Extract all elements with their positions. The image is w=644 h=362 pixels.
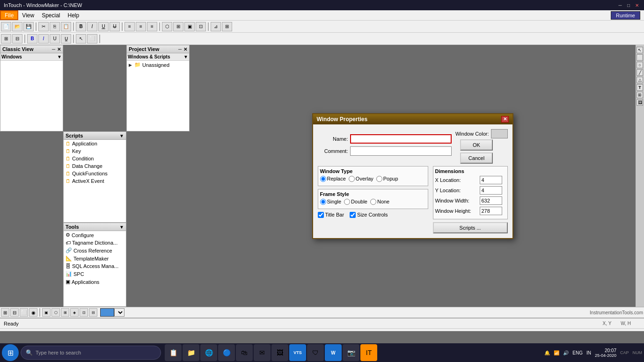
bottom-icon1[interactable]: ▣ <box>42 308 51 317</box>
menu-help[interactable]: Help <box>64 10 83 20</box>
menu-view[interactable]: View <box>18 10 38 20</box>
taskbar-app-store[interactable]: 🛍 <box>236 344 253 361</box>
right-tool-poly[interactable]: △ <box>637 77 643 83</box>
bottom-icon3[interactable]: ⊞ <box>61 308 69 317</box>
toolbar-bold[interactable]: B <box>76 22 86 31</box>
radio-none[interactable]: None <box>370 199 389 205</box>
radio-replace-input[interactable] <box>320 176 326 182</box>
name-input[interactable] <box>350 134 452 144</box>
taskbar-app-mail[interactable]: ✉ <box>254 344 271 361</box>
bottom-icon6[interactable]: ⊟ <box>89 308 97 317</box>
toolbar-strikethrough[interactable]: U <box>110 22 120 31</box>
taskbar-app-vts[interactable]: VTS <box>289 344 306 361</box>
right-tool-rect[interactable]: ⬜ <box>637 54 643 61</box>
toolbar-align-center[interactable]: ≡ <box>136 22 146 31</box>
radio-overlay[interactable]: Overlay <box>349 176 373 182</box>
right-tool-button[interactable]: ⊞ <box>637 92 643 98</box>
taskbar-app-explorer[interactable]: 📁 <box>183 344 199 361</box>
tool-item-spc[interactable]: 📊 SPC <box>64 270 126 278</box>
toolbar-cut[interactable]: ✂ <box>38 22 49 31</box>
toolbar-align-left[interactable]: ≡ <box>124 22 135 31</box>
sizecontrols-checkbox[interactable] <box>350 212 356 218</box>
minimize-button[interactable]: ─ <box>617 2 623 8</box>
taskbar-app-shield[interactable]: 🛡 <box>307 344 324 361</box>
script-item-activex[interactable]: 🗒 ActiveX Event <box>64 177 126 185</box>
toolbar-paste[interactable]: 📋 <box>61 22 71 31</box>
radio-double[interactable]: Double <box>344 199 367 205</box>
maximize-button[interactable]: □ <box>625 2 632 8</box>
toolbar-underline[interactable]: U <box>98 22 109 31</box>
tool-item-crossref[interactable]: 🔗 Cross Reference <box>64 246 126 254</box>
sizecontrols-checkbox-label[interactable]: Size Controls <box>350 212 388 218</box>
bottom-btn4[interactable]: ◉ <box>29 308 37 317</box>
start-button[interactable]: ⊞ <box>2 344 19 361</box>
bottom-icon2[interactable]: ⬡ <box>51 308 60 317</box>
taskbar-app-cam[interactable]: 📷 <box>343 344 359 361</box>
menu-special[interactable]: Special <box>38 10 64 20</box>
toolbar-italic[interactable]: I <box>87 22 97 31</box>
x-location-input[interactable] <box>480 176 502 184</box>
taskbar-volume[interactable]: 🔊 <box>563 350 569 355</box>
radio-popup[interactable]: Popup <box>376 176 398 182</box>
scripts-dropdown[interactable]: ▼ <box>119 133 124 138</box>
scripts-button[interactable]: Scripts ... <box>433 222 508 233</box>
toolbar-new[interactable]: 📄 <box>1 22 11 31</box>
project-view-minimize[interactable]: ─ <box>178 47 182 52</box>
toolbar-align-right[interactable]: ≡ <box>147 22 157 31</box>
close-button[interactable]: ✕ <box>634 2 640 8</box>
radio-double-input[interactable] <box>344 199 350 205</box>
tool-item-applications[interactable]: ▣ Applications <box>64 278 126 286</box>
radio-replace[interactable]: Replace <box>320 176 346 182</box>
script-item-condition[interactable]: 🗒 Condition <box>64 155 126 162</box>
radio-popup-input[interactable] <box>376 176 382 182</box>
toolbar2-btn3[interactable]: B <box>27 34 37 43</box>
runtime-button[interactable]: Runtime <box>611 11 640 20</box>
bottom-color-swatch[interactable] <box>100 308 114 317</box>
tool-item-configure[interactable]: ⚙ Configure <box>64 231 126 239</box>
right-tool-text[interactable]: T <box>637 84 643 91</box>
toolbar-misc5[interactable]: ⊿ <box>211 22 221 31</box>
tool-item-templatemaker[interactable]: 📐 TemplateMaker <box>64 254 126 262</box>
bottom-icon4[interactable]: ◈ <box>70 308 79 317</box>
toolbar2-btn4[interactable]: I <box>38 34 49 43</box>
tools-dropdown[interactable]: ▼ <box>119 224 124 230</box>
toolbar-save[interactable]: 💾 <box>23 22 34 31</box>
radio-single-input[interactable] <box>320 199 326 205</box>
titlebar-checkbox-label[interactable]: Title Bar <box>318 212 344 218</box>
taskbar-app-task[interactable]: 📋 <box>165 344 182 361</box>
radio-none-input[interactable] <box>370 199 376 205</box>
right-tool-oval[interactable]: ○ <box>637 62 643 68</box>
tool-item-sqlaccess[interactable]: 🗄 SQL Access Mana... <box>64 262 126 270</box>
classic-view-close[interactable]: ✕ <box>57 47 61 52</box>
titlebar-checkbox[interactable] <box>318 212 324 218</box>
classic-view-dropdown[interactable]: ▼ <box>57 54 62 59</box>
tool-item-tagname[interactable]: 🏷 Tagname Dictiona... <box>64 239 126 246</box>
right-tool-line[interactable]: ╱ <box>637 69 643 76</box>
menu-file[interactable]: File <box>0 10 18 20</box>
bottom-btn3[interactable]: ⬜ <box>20 308 28 317</box>
radio-single[interactable]: Single <box>320 199 342 205</box>
toolbar-copy[interactable]: ⎘ <box>50 22 60 31</box>
toolbar-misc2[interactable]: ⊞ <box>173 22 183 31</box>
script-item-application[interactable]: 🗒 Application <box>64 140 126 147</box>
toolbar-misc6[interactable]: ⊞ <box>222 22 232 31</box>
classic-view-minimize[interactable]: ─ <box>52 47 55 52</box>
bottom-color-select[interactable] <box>114 308 124 317</box>
toolbar2-btn5[interactable]: U <box>50 34 60 43</box>
taskbar-app-photos[interactable]: 🖼 <box>271 344 288 361</box>
taskbar-app-intouch[interactable]: IT <box>360 344 377 361</box>
script-item-quickfunctions[interactable]: 🗒 QuickFunctions <box>64 170 126 177</box>
taskbar-search-box[interactable]: 🔍 Type here to search <box>21 346 161 360</box>
toolbar2-btn2[interactable]: ⊟ <box>12 34 22 43</box>
window-height-input[interactable] <box>480 207 502 215</box>
radio-overlay-input[interactable] <box>349 176 355 182</box>
toolbar-misc4[interactable]: ⊡ <box>196 22 206 31</box>
toolbar-misc1[interactable]: ⬡ <box>162 22 172 31</box>
bottom-btn1[interactable]: ⊞ <box>1 308 9 317</box>
toolbar-misc3[interactable]: ▣ <box>184 22 195 31</box>
right-tool-bitmap[interactable]: 🖼 <box>637 99 643 106</box>
right-tool-cursor[interactable]: ↖ <box>637 47 643 53</box>
y-location-input[interactable] <box>480 186 502 195</box>
taskbar-app-word[interactable]: W <box>325 344 342 361</box>
project-tree-unassigned[interactable]: ▶ 📁 Unassigned <box>127 61 189 69</box>
